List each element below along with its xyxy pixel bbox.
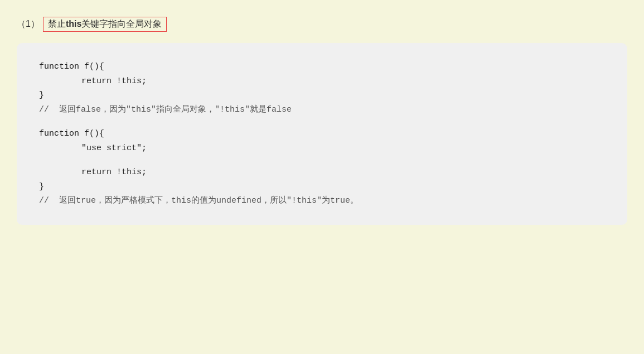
code-line-2: return !this;: [39, 74, 605, 89]
page-container: （1） 禁止this关键字指向全局对象 function f(){ return…: [17, 17, 627, 354]
heading-title-part2: 关键字指向全局对象: [81, 19, 162, 28]
heading-title-part1: 禁止: [48, 19, 66, 28]
heading-prefix: （1）: [17, 18, 40, 30]
code-line-6: "use strict";: [39, 141, 605, 156]
code-spacer-1: [39, 117, 605, 127]
code-spacer-2: [39, 155, 605, 165]
heading-title: 禁止this关键字指向全局对象: [48, 19, 162, 28]
heading-section: （1） 禁止this关键字指向全局对象: [17, 17, 627, 32]
code-line-1: function f(){: [39, 60, 605, 74]
code-block: function f(){ return !this; } // 返回false…: [17, 43, 627, 225]
code-line-4: // 返回false，因为"this"指向全局对象，"!this"就是false: [39, 103, 605, 117]
code-line-5: function f(){: [39, 127, 605, 141]
heading-title-box: 禁止this关键字指向全局对象: [43, 17, 167, 32]
code-line-9: // 返回true，因为严格模式下，this的值为undefined，所以"!t…: [39, 194, 605, 208]
code-line-8: }: [39, 180, 605, 194]
heading-title-keyword: this: [66, 19, 81, 28]
code-line-3: }: [39, 88, 605, 103]
code-line-7: return !this;: [39, 165, 605, 180]
